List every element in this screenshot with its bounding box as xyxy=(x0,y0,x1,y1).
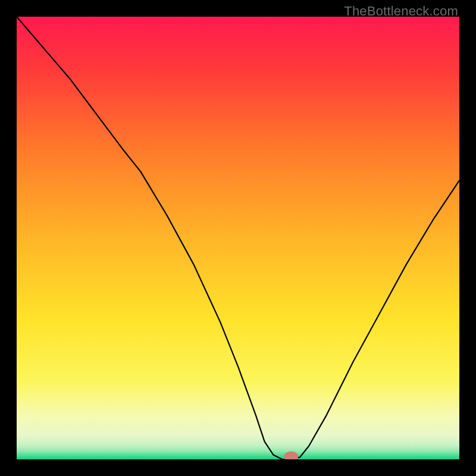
chart-frame: TheBottleneck.com xyxy=(0,0,476,476)
plot-area xyxy=(17,17,459,459)
chart-svg xyxy=(17,17,459,459)
gradient-background xyxy=(17,17,459,459)
